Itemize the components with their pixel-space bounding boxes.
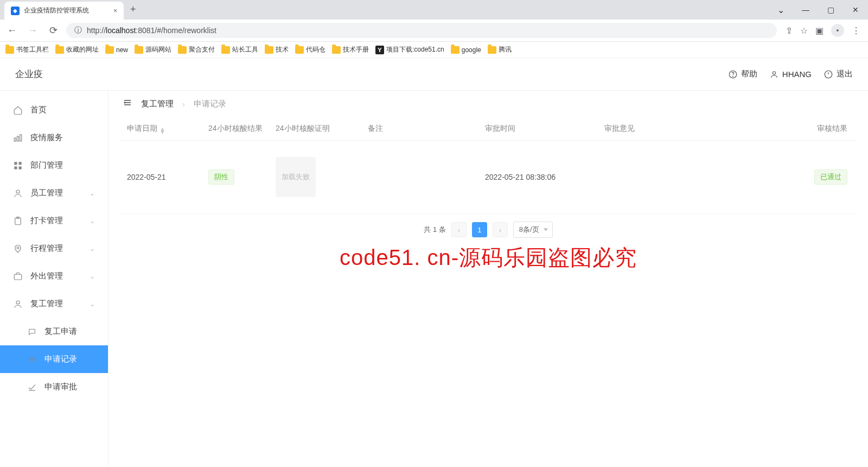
bookmark-item[interactable]: 技术手册 xyxy=(332,45,369,54)
svg-rect-4 xyxy=(14,138,16,141)
breadcrumb-current: 申请记录 xyxy=(194,99,226,109)
image-placeholder[interactable]: 加载失败 xyxy=(276,157,316,197)
sidebar-item[interactable]: 复工管理⌄ xyxy=(0,290,108,318)
bookmark-item[interactable]: Y项目下载:code51.cn xyxy=(375,45,444,54)
minimize-button[interactable]: — xyxy=(793,0,818,20)
user-icon xyxy=(13,299,23,309)
app-root: 企业疫 帮助 HHANG 退出 首页疫情服务部门管理员工管理⌄打卡管理⌄行程管理… xyxy=(0,58,868,465)
sidebar-item[interactable]: 打卡管理⌄ xyxy=(0,207,108,235)
bookmark-label: 代码仓 xyxy=(306,45,326,54)
sidebar-item[interactable]: 首页 xyxy=(0,96,108,124)
folder-icon xyxy=(265,46,273,54)
sidebar-item-label: 外出管理 xyxy=(30,271,63,281)
browser-chrome: ◆ 企业疫情防控管理系统 × + ⌄ — ▢ ✕ ← → ⟳ ⓘ http://… xyxy=(0,0,868,58)
page-size-select[interactable]: 8条/页 xyxy=(513,222,553,238)
bookmark-label: 技术手册 xyxy=(343,45,369,54)
menu-icon[interactable]: ⋮ xyxy=(852,26,860,36)
help-button[interactable]: 帮助 xyxy=(728,69,757,79)
col-date[interactable]: 申请日期▲▼ xyxy=(123,124,204,134)
sort-icon: ▲▼ xyxy=(159,127,165,134)
grid-icon xyxy=(13,161,23,171)
svg-rect-6 xyxy=(20,135,22,141)
reload-button[interactable]: ⟳ xyxy=(46,23,61,38)
pagination: 共 1 条 ‹ 1 › 8条/页 xyxy=(108,214,868,245)
menu-toggle-icon[interactable] xyxy=(123,98,132,110)
bookmark-label: new xyxy=(116,46,128,54)
close-window-button[interactable]: ✕ xyxy=(843,0,868,20)
sidebar: 首页疫情服务部门管理员工管理⌄打卡管理⌄行程管理⌄外出管理⌄复工管理⌄复工申请申… xyxy=(0,91,108,465)
share-icon[interactable]: ⇪ xyxy=(786,26,793,36)
sidebar-item-label: 复工管理 xyxy=(30,299,63,309)
sidebar-subitem[interactable]: 复工申请 xyxy=(0,318,108,345)
bookmark-item[interactable]: 收藏的网址 xyxy=(55,45,99,54)
profile-icon[interactable]: • xyxy=(831,24,844,37)
sidebar-item[interactable]: 行程管理⌄ xyxy=(0,235,108,262)
svg-point-2 xyxy=(773,71,775,74)
next-page-button[interactable]: › xyxy=(493,222,508,237)
browser-tab[interactable]: ◆ 企业疫情防控管理系统 × xyxy=(4,2,124,20)
cell-date: 2022-05-21 xyxy=(123,173,204,181)
breadcrumb: 复工管理 › 申请记录 xyxy=(108,98,868,117)
help-label: 帮助 xyxy=(741,69,757,79)
chevron-down-icon: ⌄ xyxy=(90,273,95,280)
sidebar-subitem[interactable]: 申请审批 xyxy=(0,373,108,401)
address-bar: ← → ⟳ ⓘ http://localhost:8081/#/home/rew… xyxy=(0,20,868,42)
bookmark-item[interactable]: new xyxy=(105,46,128,54)
col-opinion: 审批意见 xyxy=(600,124,764,134)
sidebar-subitem[interactable]: 申请记录 xyxy=(0,345,108,373)
svg-rect-7 xyxy=(14,162,17,165)
sidebar-item-label: 疫情服务 xyxy=(30,132,63,143)
app-body: 首页疫情服务部门管理员工管理⌄打卡管理⌄行程管理⌄外出管理⌄复工管理⌄复工申请申… xyxy=(0,91,868,465)
site-icon: Y xyxy=(375,46,384,54)
col-proof: 24小时核酸证明 xyxy=(271,124,363,134)
bookmark-item[interactable]: 腾讯 xyxy=(488,45,512,54)
bookmark-label: 源码网站 xyxy=(145,45,171,54)
close-icon[interactable]: × xyxy=(113,7,117,15)
folder-icon xyxy=(178,46,187,54)
bookmark-item[interactable]: 技术 xyxy=(265,45,289,54)
panel-icon[interactable]: ▣ xyxy=(815,26,824,36)
bookmark-item[interactable]: 书签工具栏 xyxy=(5,45,49,54)
sidebar-item-label: 员工管理 xyxy=(30,188,63,198)
new-tab-button[interactable]: + xyxy=(124,0,143,20)
url-input[interactable]: ⓘ http://localhost:8081/#/home/reworklis… xyxy=(66,23,777,38)
forward-button[interactable]: → xyxy=(25,23,40,38)
prev-page-button[interactable]: ‹ xyxy=(451,222,467,237)
bookmark-item[interactable]: 聚合支付 xyxy=(178,45,215,54)
status-badge: 已通过 xyxy=(814,169,847,185)
table-row: 2022-05-21阴性加载失败2022-05-21 08:38:06已通过 xyxy=(120,141,856,214)
sidebar-item-label: 行程管理 xyxy=(30,243,63,254)
cell-result: 阴性 xyxy=(204,169,271,185)
bookmark-item[interactable]: 站长工具 xyxy=(221,45,258,54)
breadcrumb-parent[interactable]: 复工管理 xyxy=(141,99,174,109)
status-badge: 阴性 xyxy=(208,169,234,185)
sidebar-item[interactable]: 外出管理⌄ xyxy=(0,262,108,290)
sidebar-item[interactable]: 疫情服务 xyxy=(0,124,108,152)
page-1-button[interactable]: 1 xyxy=(472,222,487,237)
briefcase-icon xyxy=(13,272,23,281)
star-icon[interactable]: ☆ xyxy=(800,26,808,36)
back-button[interactable]: ← xyxy=(4,23,20,38)
bookmark-label: 项目下载:code51.cn xyxy=(386,45,444,54)
info-icon: ⓘ xyxy=(74,26,82,35)
app-actions: 帮助 HHANG 退出 xyxy=(728,69,853,79)
chevron-down-icon[interactable]: ⌄ xyxy=(768,0,793,20)
folder-icon xyxy=(221,46,230,54)
url-path: :8081/#/home/reworklist xyxy=(136,26,216,35)
maximize-button[interactable]: ▢ xyxy=(818,0,843,20)
logout-button[interactable]: 退出 xyxy=(824,69,853,79)
svg-point-16 xyxy=(16,301,20,304)
sidebar-item[interactable]: 部门管理 xyxy=(0,152,108,179)
sidebar-item-label: 首页 xyxy=(30,105,47,115)
logout-label: 退出 xyxy=(837,69,853,79)
chevron-down-icon: ⌄ xyxy=(90,190,95,197)
bookmark-item[interactable]: google xyxy=(451,46,481,54)
bookmark-label: 收藏的网址 xyxy=(66,45,99,54)
svg-rect-15 xyxy=(14,274,22,280)
address-actions: ⇪ ☆ ▣ • ⋮ xyxy=(782,24,864,37)
bookmark-item[interactable]: 代码仓 xyxy=(295,45,326,54)
chat-icon xyxy=(27,327,37,336)
sidebar-item[interactable]: 员工管理⌄ xyxy=(0,179,108,207)
user-button[interactable]: HHANG xyxy=(769,70,812,79)
bookmark-item[interactable]: 源码网站 xyxy=(135,45,171,54)
